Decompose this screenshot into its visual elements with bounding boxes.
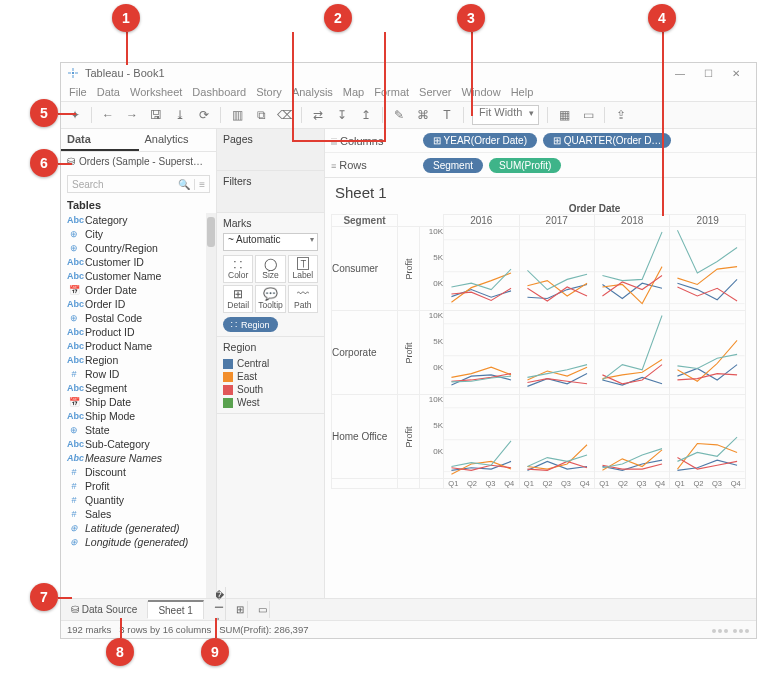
- status-bar: 192 marks 3 rows by 16 columns SUM(Profi…: [61, 620, 756, 638]
- field-quantity[interactable]: #Quantity: [61, 493, 206, 507]
- search-input[interactable]: Search 🔍 ≡: [67, 175, 210, 193]
- duplicate-icon[interactable]: ⧉: [253, 107, 269, 123]
- save-icon[interactable]: 🖫: [148, 107, 164, 123]
- rows-shelf-label: ≡Rows: [325, 159, 419, 171]
- field-latitude-generated-[interactable]: ⊕Latitude (generated): [61, 521, 206, 535]
- fields-scrollbar[interactable]: [206, 213, 216, 598]
- maximize-button[interactable]: ☐: [694, 68, 722, 79]
- pill-year-orderdate[interactable]: ⊞ YEAR(Order Date): [423, 133, 537, 148]
- viz-area: iiiColumns ⊞ YEAR(Order Date) ⊞ QUARTER(…: [325, 129, 756, 598]
- field-customer-name[interactable]: AbcCustomer Name: [61, 269, 206, 283]
- marks-size-button[interactable]: ◯Size: [255, 255, 285, 283]
- field-product-name[interactable]: AbcProduct Name: [61, 339, 206, 353]
- field-customer-id[interactable]: AbcCustomer ID: [61, 255, 206, 269]
- fields-list: AbcCategory⊕City⊕Country/RegionAbcCustom…: [61, 213, 206, 598]
- pill-segment[interactable]: Segment: [423, 158, 483, 173]
- field-segment[interactable]: AbcSegment: [61, 381, 206, 395]
- pages-shelf[interactable]: Pages: [217, 129, 324, 171]
- menu-worksheet[interactable]: Worksheet: [130, 86, 182, 98]
- highlight-icon[interactable]: ✎: [391, 107, 407, 123]
- field-ship-mode[interactable]: AbcShip Mode: [61, 409, 206, 423]
- field-order-date[interactable]: 📅Order Date: [61, 283, 206, 297]
- legend-item-west[interactable]: West: [223, 396, 318, 409]
- filter-fields-icon[interactable]: ≡: [194, 179, 205, 190]
- menu-format[interactable]: Format: [374, 86, 409, 98]
- callout-1: 1: [112, 4, 140, 32]
- color-legend: Region CentralEastSouthWest: [217, 337, 324, 414]
- data-pane: Data Analytics ⛁ Orders (Sample - Supers…: [61, 129, 217, 598]
- new-story-button[interactable]: ▭: [248, 601, 270, 618]
- legend-item-central[interactable]: Central: [223, 357, 318, 370]
- field-sales[interactable]: #Sales: [61, 507, 206, 521]
- refresh-icon[interactable]: ⟳: [196, 107, 212, 123]
- menu-file[interactable]: File: [69, 86, 87, 98]
- tab-data-source[interactable]: ⛁ Data Source: [61, 601, 148, 618]
- legend-item-east[interactable]: East: [223, 370, 318, 383]
- sort-asc-icon[interactable]: ↧: [334, 107, 350, 123]
- menu-window[interactable]: Window: [462, 86, 501, 98]
- menu-dashboard[interactable]: Dashboard: [192, 86, 246, 98]
- pill-quarter-orderdate[interactable]: ⊞ QUARTER(Order D…: [543, 133, 671, 148]
- tab-sheet1[interactable]: Sheet 1: [148, 600, 203, 619]
- field-row-id[interactable]: #Row ID: [61, 367, 206, 381]
- filters-shelf[interactable]: Filters: [217, 171, 324, 213]
- share-icon[interactable]: ⇪: [613, 107, 629, 123]
- sheet-title[interactable]: Sheet 1: [325, 178, 756, 203]
- field-measure-names[interactable]: AbcMeasure Names: [61, 451, 206, 465]
- close-button[interactable]: ✕: [722, 68, 750, 79]
- mark-type-select[interactable]: ~ Automatic: [223, 233, 318, 251]
- menu-story[interactable]: Story: [256, 86, 282, 98]
- marks-path-button[interactable]: 〰Path: [288, 285, 318, 313]
- menu-help[interactable]: Help: [511, 86, 534, 98]
- trellis-chart[interactable]: Order DateSegment2016201720182019Consume…: [325, 203, 756, 598]
- tab-data[interactable]: Data: [61, 129, 139, 151]
- datasource-name[interactable]: ⛁ Orders (Sample - Superst…: [61, 152, 216, 171]
- menu-data[interactable]: Data: [97, 86, 120, 98]
- field-region[interactable]: AbcRegion: [61, 353, 206, 367]
- tab-analytics[interactable]: Analytics: [139, 129, 217, 151]
- field-city[interactable]: ⊕City: [61, 227, 206, 241]
- clear-icon[interactable]: ⌫: [277, 107, 293, 123]
- redo-icon[interactable]: →: [124, 107, 140, 123]
- group-icon[interactable]: ⌘: [415, 107, 431, 123]
- pill-sum-profit[interactable]: SUM(Profit): [489, 158, 561, 173]
- swap-icon[interactable]: ⇄: [310, 107, 326, 123]
- marks-pill-region[interactable]: ⸬Region: [223, 317, 278, 332]
- marks-label-button[interactable]: 🅃Label: [288, 255, 318, 283]
- callout-8: 8: [106, 638, 134, 666]
- marks-tooltip-button[interactable]: 💬Tooltip: [255, 285, 285, 313]
- field-category[interactable]: AbcCategory: [61, 213, 206, 227]
- status-shape: 3 rows by 16 columns: [119, 624, 211, 635]
- callout-6: 6: [30, 149, 58, 177]
- menu-server[interactable]: Server: [419, 86, 451, 98]
- field-product-id[interactable]: AbcProduct ID: [61, 325, 206, 339]
- undo-icon[interactable]: ←: [100, 107, 116, 123]
- marks-color-button[interactable]: ⸬Color: [223, 255, 253, 283]
- minimize-button[interactable]: —: [666, 68, 694, 79]
- show-me-icon[interactable]: ▦: [556, 107, 572, 123]
- tableau-icon[interactable]: ✦: [67, 107, 83, 123]
- field-sub-category[interactable]: AbcSub-Category: [61, 437, 206, 451]
- sort-desc-icon[interactable]: ↥: [358, 107, 374, 123]
- fit-selector[interactable]: Fit Width: [472, 105, 539, 125]
- menu-analysis[interactable]: Analysis: [292, 86, 333, 98]
- status-layout-icons[interactable]: [711, 624, 750, 635]
- legend-item-south[interactable]: South: [223, 383, 318, 396]
- presentation-icon[interactable]: ▭: [580, 107, 596, 123]
- marks-detail-button[interactable]: ⊞Detail: [223, 285, 253, 313]
- field-longitude-generated-[interactable]: ⊕Longitude (generated): [61, 535, 206, 549]
- new-dashboard-button[interactable]: ⊞: [226, 601, 248, 618]
- field-profit[interactable]: #Profit: [61, 479, 206, 493]
- field-country-region[interactable]: ⊕Country/Region: [61, 241, 206, 255]
- field-state[interactable]: ⊕State: [61, 423, 206, 437]
- callout-7: 7: [30, 583, 58, 611]
- field-discount[interactable]: #Discount: [61, 465, 206, 479]
- callout-5: 5: [30, 99, 58, 127]
- field-ship-date[interactable]: 📅Ship Date: [61, 395, 206, 409]
- menu-map[interactable]: Map: [343, 86, 364, 98]
- new-datasource-icon[interactable]: ⤓: [172, 107, 188, 123]
- field-postal-code[interactable]: ⊕Postal Code: [61, 311, 206, 325]
- field-order-id[interactable]: AbcOrder ID: [61, 297, 206, 311]
- new-worksheet-icon[interactable]: ▥: [229, 107, 245, 123]
- show-labels-icon[interactable]: T: [439, 107, 455, 123]
